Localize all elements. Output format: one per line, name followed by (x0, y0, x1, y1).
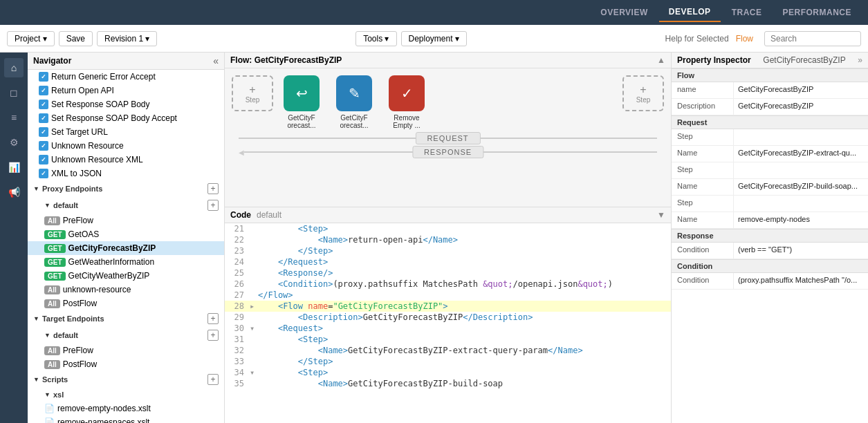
target-default-add-button[interactable]: + (207, 330, 219, 341)
gear-icon[interactable]: ⚙ (4, 133, 24, 152)
step2-icon[interactable]: ✎ (336, 75, 372, 111)
nav-icon-return-open-api: ✓ (39, 86, 48, 95)
tab-trace[interactable]: TRACE (722, 3, 772, 21)
nav-item-getcityweatherbyzip[interactable]: GET GetCityWeatherByZIP (28, 269, 224, 283)
step1-label: GetCityForecast... (287, 114, 315, 129)
code-content: 21 <Step> 22 <Name>return-open-api</Name… (225, 223, 671, 423)
step1-icon[interactable]: ↩ (284, 75, 320, 111)
property-row-main-condition: Condition (proxy.pathsuffix MatchesPath … (672, 273, 868, 290)
code-line-23: 23 </Step> (225, 245, 671, 256)
deployment-button[interactable]: Deployment ▾ (401, 31, 467, 46)
proxy-default-add-button[interactable]: + (207, 200, 219, 211)
badge-unknown-resource: All (44, 285, 60, 294)
property-row-step1-name: Name GetCityForecastByZIP-extract-qu... (672, 146, 868, 162)
nav-item-remove-namespaces[interactable]: 📄 remove-namespaces.xslt (28, 415, 224, 423)
navigator-content: ✓ Return Generic Error Accept ✓ Return O… (28, 70, 224, 423)
nav-item-getcityforecastbyzip[interactable]: GET GetCityForecastByZIP (28, 241, 224, 255)
tab-performance[interactable]: PERFORMANCE (773, 3, 861, 21)
add-step-right-label: Step (636, 96, 651, 104)
proxy-endpoints-add-button[interactable]: + (207, 183, 219, 194)
nav-item-unknown-resource-nav[interactable]: All unknown-resource (28, 283, 224, 297)
save-button[interactable]: Save (59, 31, 93, 46)
request-line-left (239, 138, 445, 139)
code-line-35: 35 <Name>GetCityForecastByZIP-build-soap (225, 378, 671, 389)
nav-item-unknown-resource[interactable]: ✓ Unknown Resource (28, 139, 224, 153)
nav-item-remove-empty-nodes[interactable]: 📄 remove-empty-nodes.xslt (28, 402, 224, 415)
nav-item-getweatherinformation[interactable]: GET GetWeatherInformation (28, 255, 224, 269)
help-for-selected-label: Help for Selected (665, 34, 729, 44)
toolbar: Project ▾ Save Revision 1 ▾ Tools ▾ Depl… (0, 25, 868, 53)
box-icon[interactable]: ◻ (4, 83, 24, 102)
chart-icon[interactable]: 📊 (4, 158, 24, 177)
tools-button[interactable]: Tools ▾ (355, 31, 396, 46)
code-header: Code default ▼ (225, 207, 671, 223)
xsl-chevron: ▼ (44, 391, 50, 398)
code-line-31: 31 <Step> (225, 334, 671, 345)
add-step-left[interactable]: + Step (232, 75, 273, 111)
announcement-icon[interactable]: 📢 (4, 182, 24, 202)
flow-step-1[interactable]: ↩ GetCityForecast... (277, 75, 326, 129)
navigator-collapse-button[interactable]: « (213, 55, 219, 66)
target-endpoints-section[interactable]: ▼ Target Endpoints + (28, 310, 224, 327)
code-line-21: 21 <Step> (225, 223, 671, 234)
code-tab2[interactable]: default (257, 210, 281, 220)
code-line-24: 24 </Request> (225, 256, 671, 267)
property-inspector-content: Flow name GetCityForecastByZIP Descripti… (672, 68, 868, 290)
nav-item-postflow[interactable]: All PostFlow (28, 297, 224, 310)
flow-collapse-button[interactable]: ▲ (657, 55, 665, 65)
scripts-add-button[interactable]: + (207, 374, 219, 385)
nav-item-return-generic[interactable]: ✓ Return Generic Error Accept (28, 70, 224, 84)
add-step-label: Step (246, 96, 260, 104)
nav-item-getoas[interactable]: GET GetOAS (28, 227, 224, 241)
home-icon[interactable]: ⌂ (4, 58, 24, 77)
nav-icon-set-response-soap-accept: ✓ (39, 113, 48, 123)
flow-step-3[interactable]: ✓ RemoveEmpty ... (382, 75, 431, 129)
code-panel: Code default ▼ 21 <Step> 22 <Name>return… (225, 207, 671, 423)
tab-develop[interactable]: DEVELOP (659, 3, 721, 22)
nav-item-preflow[interactable]: All PreFlow (28, 214, 224, 227)
nav-item-return-open-api[interactable]: ✓ Return Open API (28, 84, 224, 97)
code-line-29: 29 <Description>GetCityForecastByZIP</De… (225, 312, 671, 323)
code-tab1[interactable]: Code (230, 210, 251, 220)
revision-button[interactable]: Revision 1 ▾ (97, 31, 157, 46)
nav-item-unknown-resource-xml[interactable]: ✓ Unknown Resource XML (28, 153, 224, 167)
proxy-endpoints-section[interactable]: ▼ Proxy Endpoints + (28, 180, 224, 197)
flow-link[interactable]: Flow (736, 34, 753, 44)
condition-section-label: Condition (672, 259, 868, 273)
code-line-28: 28 ▸ <Flow name="GetCityForecastByZIP"> (225, 301, 671, 312)
target-endpoints-add-button[interactable]: + (207, 313, 219, 324)
property-row-name-remove: Name remove-empty-nodes (672, 212, 868, 229)
layers-icon[interactable]: ≡ (4, 108, 24, 127)
flow-section-label: Flow (672, 68, 868, 82)
response-arrow (239, 147, 244, 157)
request-section-label: Request (672, 115, 868, 129)
nav-item-target-preflow[interactable]: All PreFlow (28, 344, 224, 357)
property-row-step2: Step (672, 162, 868, 179)
property-row-name: name GetCityForecastByZIP (672, 82, 868, 99)
nav-item-set-response-soap[interactable]: ✓ Set Response SOAP Body (28, 97, 224, 111)
code-line-33: 33 </Step> (225, 356, 671, 367)
search-input[interactable] (764, 31, 861, 46)
target-default-section[interactable]: ▼ default + (28, 327, 224, 344)
nav-item-set-target-url[interactable]: ✓ Set Target URL (28, 125, 224, 139)
proxy-default-section[interactable]: ▼ default + (28, 197, 224, 214)
tab-overview[interactable]: OVERVIEW (591, 3, 657, 21)
file-icon-remove-namespaces: 📄 (44, 417, 55, 423)
badge-target-preflow: All (44, 346, 60, 355)
nav-item-target-postflow[interactable]: All PostFlow (28, 357, 224, 371)
step2-label: GetCityForecast... (340, 114, 368, 129)
scripts-section[interactable]: ▼ Scripts + (28, 371, 224, 388)
property-inspector-collapse-button[interactable]: » (858, 55, 862, 65)
badge-target-postflow: All (44, 360, 60, 369)
step3-icon[interactable]: ✓ (389, 75, 425, 111)
add-step-right[interactable]: + Step (622, 75, 664, 111)
nav-item-set-response-soap-accept[interactable]: ✓ Set Response SOAP Body Accept (28, 111, 224, 125)
project-button[interactable]: Project ▾ (7, 31, 55, 46)
xsl-section[interactable]: ▼ xsl (28, 388, 224, 402)
center-panel: Flow: GetCityForecastByZIP ▲ + Step ↩ Ge… (225, 53, 671, 423)
nav-item-xml-to-json[interactable]: ✓ XML to JSON (28, 167, 224, 180)
property-inspector-title: Property Inspector (677, 55, 751, 65)
code-collapse-button[interactable]: ▼ (657, 210, 665, 220)
flow-step-2[interactable]: ✎ GetCityForecast... (330, 75, 378, 129)
nav-icon-unknown-resource-xml: ✓ (39, 155, 48, 164)
